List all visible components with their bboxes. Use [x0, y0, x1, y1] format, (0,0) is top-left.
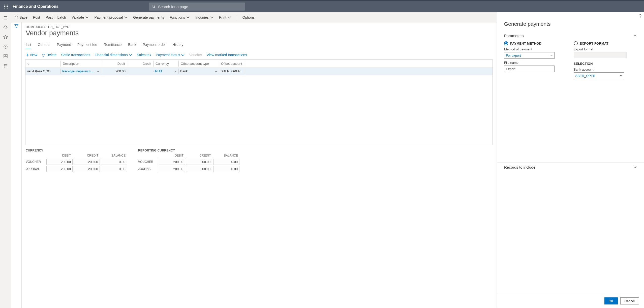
cell-name-text: ия Я.Дата ООО	[27, 69, 51, 73]
payment-method-radio-label: PAYMENT METHOD	[510, 42, 541, 45]
records-to-include-label: Records to include	[504, 165, 535, 169]
cell-offset-type-text: Bank	[180, 69, 188, 73]
col-credit[interactable]: Credit	[127, 61, 154, 67]
chevron-down-icon[interactable]	[215, 70, 217, 73]
nav-recent-icon[interactable]	[0, 42, 11, 51]
svg-point-3	[4, 6, 5, 7]
svg-point-8	[7, 8, 8, 9]
inquiries-menu[interactable]: Inquiries	[195, 15, 213, 19]
export-format-radio[interactable]: EXPORT FORMAT	[574, 41, 637, 45]
app-launcher-icon[interactable]	[0, 5, 12, 9]
totals-row-journal: JOURNAL	[26, 167, 45, 171]
sales-tax-button[interactable]: Sales tax	[137, 53, 151, 57]
col-offset-type[interactable]: Offset account type	[179, 61, 219, 67]
tab-remittance[interactable]: Remittance	[104, 42, 121, 49]
cancel-button[interactable]: Cancel	[620, 297, 639, 304]
search-input[interactable]	[158, 4, 242, 9]
svg-rect-15	[4, 56, 7, 58]
svg-point-0	[4, 5, 5, 6]
col-description[interactable]: Description	[61, 61, 101, 67]
totals-head-debit: DEBIT	[159, 154, 185, 158]
col-name[interactable]: e	[25, 61, 61, 67]
totals-currency: CURRENCY DEBIT CREDIT BALANCE VOUCHER 20…	[26, 149, 127, 172]
nav-modules-icon[interactable]	[0, 61, 11, 71]
nav-hamburger-icon[interactable]	[0, 13, 11, 23]
bank-account-value: SBER_OPER	[575, 74, 595, 78]
generate-payments-button[interactable]: Generate payments	[133, 15, 164, 19]
tab-history[interactable]: History	[172, 42, 183, 49]
post-button[interactable]: Post	[33, 15, 40, 19]
post-in-batch-label: Post in batch	[46, 15, 66, 19]
tab-bank[interactable]: Bank	[128, 42, 136, 49]
tab-list[interactable]: List	[26, 42, 31, 49]
payment-status-menu[interactable]: Payment status	[156, 53, 185, 57]
totals-head-debit: DEBIT	[46, 154, 73, 158]
tab-payment-order[interactable]: Payment order	[143, 42, 166, 49]
totals-val: 200.00	[46, 166, 73, 172]
svg-point-2	[7, 5, 8, 6]
nav-favorites-icon[interactable]	[0, 32, 11, 42]
tab-general[interactable]: General	[38, 42, 50, 49]
inquiries-label: Inquiries	[195, 15, 209, 19]
help-icon[interactable]: ?	[639, 14, 641, 19]
panel-title: Generate payments	[497, 19, 644, 31]
cell-offset-type[interactable]: Bank	[179, 69, 219, 74]
tab-payment[interactable]: Payment	[57, 42, 71, 49]
cell-currency[interactable]: RUB	[154, 69, 179, 74]
cell-name[interactable]: ия Я.Дата ООО	[25, 69, 61, 74]
payment-status-label: Payment status	[156, 53, 180, 57]
financial-dimensions-menu[interactable]: Financial dimensions	[95, 53, 132, 57]
method-of-payment-select[interactable]: For export	[504, 52, 555, 59]
bank-account-select[interactable]: SBER_OPER	[574, 72, 624, 79]
cell-offset-account[interactable]: SBER_OPER	[219, 69, 244, 74]
nav-workspaces-icon[interactable]	[0, 51, 11, 61]
radio-icon	[574, 41, 578, 45]
chevron-down-icon[interactable]	[97, 70, 99, 73]
totals-val: 200.00	[74, 159, 100, 165]
trash-icon	[42, 53, 45, 57]
col-offset-account[interactable]: Offset account	[219, 61, 244, 67]
col-currency[interactable]: Currency	[154, 61, 179, 67]
payment-proposal-menu[interactable]: Payment proposal	[94, 15, 128, 19]
options-button[interactable]: Options	[242, 15, 255, 19]
chevron-down-icon	[129, 53, 132, 57]
export-format-field	[574, 52, 627, 58]
bank-account-label: Bank account	[574, 68, 637, 71]
cell-credit[interactable]	[127, 71, 154, 72]
delete-button[interactable]: Delete	[42, 53, 56, 57]
ok-button[interactable]: OK	[604, 297, 618, 304]
section-records-to-include[interactable]: Records to include	[497, 162, 644, 172]
plus-icon	[26, 53, 29, 57]
chevron-down-icon[interactable]	[174, 70, 177, 73]
generate-payments-panel: ? Generate payments Parameters PAYMENT M…	[497, 12, 644, 308]
nav-home-icon[interactable]	[0, 23, 11, 32]
tab-payment-fee[interactable]: Payment fee	[77, 42, 97, 49]
grid-row[interactable]: ия Я.Дата ООО Расходы перечисл... 200.00…	[25, 68, 493, 75]
export-format-radio-label: EXPORT FORMAT	[580, 42, 608, 45]
section-parameters[interactable]: Parameters	[497, 31, 644, 40]
totals-val: 200.00	[159, 159, 185, 165]
functions-menu[interactable]: Functions	[170, 15, 190, 19]
save-button[interactable]: Save	[15, 15, 27, 19]
cell-debit[interactable]: 200.00	[101, 69, 127, 74]
col-debit[interactable]: Debit	[101, 61, 127, 67]
svg-point-7	[6, 8, 7, 9]
payment-method-radio[interactable]: PAYMENT METHOD	[504, 41, 568, 45]
main: Save Post Post in batch Validate Payment…	[11, 12, 497, 308]
validate-menu[interactable]: Validate	[72, 15, 89, 19]
breadcrumb: RUMF-00314 : ПЛ_ПСТ_РУБ	[22, 25, 497, 29]
print-menu[interactable]: Print	[219, 15, 231, 19]
new-button[interactable]: New	[26, 53, 37, 57]
settle-transactions-button[interactable]: Settle transactions	[61, 53, 90, 57]
tab-strip: List General Payment Payment fee Remitta…	[22, 42, 497, 49]
chevron-down-icon	[181, 53, 185, 57]
filter-icon[interactable]	[14, 24, 18, 308]
post-in-batch-button[interactable]: Post in batch	[46, 15, 66, 19]
totals-val: 200.00	[186, 166, 212, 172]
file-name-input[interactable]	[504, 66, 555, 72]
cell-description[interactable]: Расходы перечисл...	[61, 69, 101, 74]
view-marked-button[interactable]: View marked transactions	[207, 53, 247, 57]
chevron-down-icon	[228, 16, 231, 19]
grid: e Description Debit Credit Currency Offs…	[25, 59, 493, 145]
search-box[interactable]	[149, 3, 245, 11]
